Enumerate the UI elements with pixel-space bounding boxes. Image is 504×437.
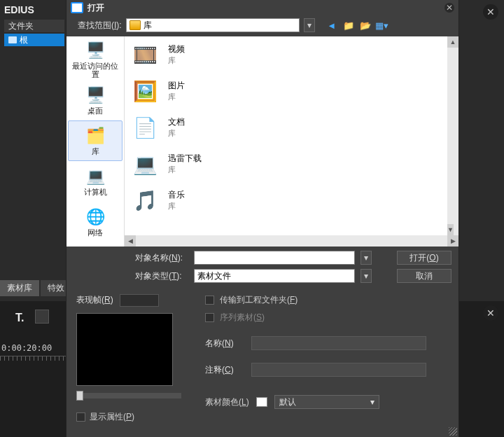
tab-library[interactable]: 素材库 [0,280,39,296]
name-field[interactable] [251,336,426,350]
app-logo: EDIUS [4,4,34,15]
dialog-titlebar[interactable]: 打开 ✕ [66,0,458,15]
preview-thumbnail [76,313,173,386]
filetype-combo[interactable]: 素材文件 [194,269,355,283]
lookin-combo[interactable]: 库 [126,18,300,32]
sequence-label: 序列素材(S) [220,312,265,324]
show-properties-label: 显示属性(P) [90,411,134,423]
place-libraries[interactable]: 🗂️库 [68,120,122,161]
places-bar: 🖥️最近访问的位置 🖥️桌面 🗂️库 💻计算机 🌐网络 [66,36,124,247]
place-desktop[interactable]: 🖥️桌面 [68,80,122,120]
recent-icon: 🖥️ [84,41,106,60]
view-menu-icon[interactable]: ▦▾ [377,20,388,31]
transfer-label: 传输到工程文件夹(F) [220,294,298,306]
name-label: 名称(N) [205,338,244,349]
place-recent[interactable]: 🖥️最近访问的位置 [68,39,122,80]
new-folder-icon[interactable]: 📂 [360,20,371,31]
file-form: 对象名称(N): ▾ 打开(O) 对象类型(T): 素材文件 ▾ 取消 [66,247,458,283]
library-icon [130,20,141,30]
folder-panel-header: 文件夹 [4,20,64,32]
clip-color-label: 素材颜色(L) [205,396,249,408]
folder-root-label: 根 [20,34,28,46]
list-item[interactable]: 🎞️视频库 [125,36,447,73]
horizontal-scrollbar[interactable]: ◀▶ [125,235,458,247]
filetype-label: 对象类型(T): [135,270,188,282]
clip-color-combo[interactable]: 默认▾ [274,395,379,409]
scroll-right-icon[interactable]: ▶ [447,235,458,247]
show-properties-checkbox[interactable] [76,412,85,422]
sequence-checkbox[interactable] [205,313,214,322]
represent-frame-field[interactable] [120,294,159,307]
place-computer[interactable]: 💻计算机 [68,161,122,202]
lookin-row: 查找范围(I): 库 ▾ ◄ 📁 📂 ▦▾ [66,15,458,36]
file-browser: 🖥️最近访问的位置 🖥️桌面 🗂️库 💻计算机 🌐网络 🎞️视频库 🖼️图片库 … [66,36,458,247]
list-item[interactable]: 🖼️图片库 [125,73,447,109]
scroll-left-icon[interactable]: ◀ [125,235,136,247]
timeline-tool-button[interactable] [35,310,49,324]
file-list[interactable]: 🎞️视频库 🖼️图片库 📄文档库 💻迅雷下载库 🎵音乐库 ▲▼ ◀▶ [124,36,458,247]
scroll-down-icon[interactable]: ▼ [447,224,454,235]
close-icon[interactable]: ✕ [483,305,498,321]
list-item[interactable]: 📄文档库 [125,109,447,146]
timeline-ruler[interactable] [0,356,66,363]
resize-grip-icon[interactable] [449,427,457,436]
represent-frame-label: 表现帧(R) [76,294,113,306]
open-button[interactable]: 打开(O) [397,251,451,265]
folder-tree-root[interactable]: 根 [4,34,64,46]
list-item[interactable]: 💻迅雷下载库 [125,146,447,182]
filename-dropdown-icon[interactable]: ▾ [360,251,372,265]
list-item[interactable]: 🎵音乐库 [125,182,447,218]
preview-slider[interactable] [76,393,181,398]
scroll-up-icon[interactable]: ▲ [447,36,458,48]
video-library-icon: 🎞️ [130,41,160,69]
filename-input[interactable] [194,251,355,265]
slider-knob[interactable] [76,391,83,401]
up-icon[interactable]: 📁 [343,20,354,31]
bin-tabs: 素材库 特效 [0,280,71,296]
close-icon[interactable]: ✕ [483,4,498,20]
text-tool-icon[interactable]: T. [15,312,24,324]
nav-icons: ◄ 📁 📂 ▦▾ [326,20,388,31]
back-icon[interactable]: ◄ [326,20,337,31]
lookin-label: 查找范围(I): [78,20,122,32]
folder-icon [8,36,17,43]
lookin-value: 库 [144,20,152,32]
comment-field[interactable] [251,363,426,377]
dialog-lower: 表现帧(R) 显示属性(P) 传输到工程文件夹(F) 序列素材(S) 名称(N)… [66,287,458,423]
open-folder-icon [71,2,83,13]
comment-label: 注释(C) [205,364,244,376]
documents-library-icon: 📄 [130,113,160,141]
filename-label: 对象名称(N): [135,252,188,264]
transfer-checkbox[interactable] [205,296,214,305]
music-library-icon: 🎵 [130,186,160,214]
color-swatch [256,397,267,407]
computer-icon: 💻 [84,167,106,186]
dialog-close-icon[interactable]: ✕ [444,3,454,13]
dialog-title: 打开 [88,2,104,14]
lookin-dropdown-icon[interactable]: ▾ [304,18,315,32]
open-dialog: 打开 ✕ 查找范围(I): 库 ▾ ◄ 📁 📂 ▦▾ 🖥️最近访问的位置 🖥️桌… [66,0,458,437]
libraries-icon: 🗂️ [84,126,106,146]
pictures-library-icon: 🖼️ [130,77,160,105]
timecode-display[interactable]: 0:00:20:00 [1,343,52,353]
downloads-library-icon: 💻 [130,150,160,178]
vertical-scrollbar[interactable]: ▲▼ [447,36,458,235]
filetype-dropdown-icon[interactable]: ▾ [360,269,372,283]
network-icon: 🌐 [84,207,106,227]
cancel-button[interactable]: 取消 [397,269,451,283]
place-network[interactable]: 🌐网络 [68,202,122,242]
desktop-icon: 🖥️ [84,85,106,105]
